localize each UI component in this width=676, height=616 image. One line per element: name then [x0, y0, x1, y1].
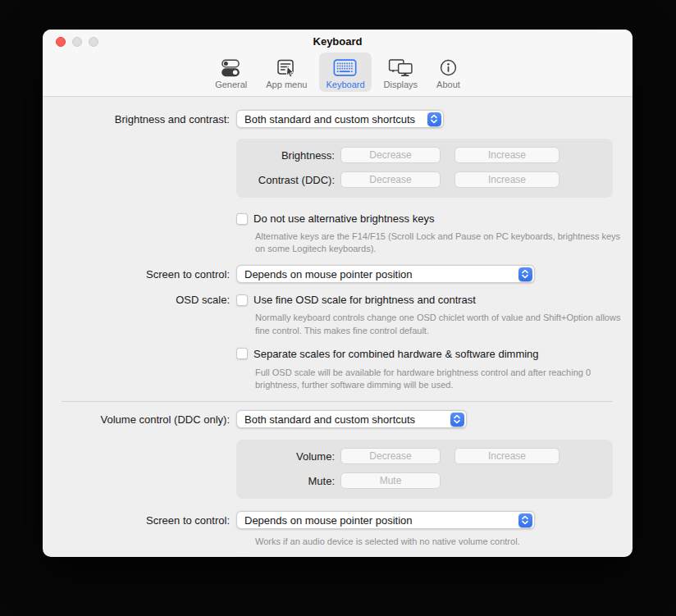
preferences-window: Keyboard General [43, 30, 633, 557]
alt-keys-help-text: Alternative keys are the F14/F15 (Scroll… [255, 230, 621, 255]
brightness-shortcuts-box: Brightness: Decrease Increase Contrast (… [236, 139, 613, 198]
screen-to-control-popup-value: Depends on mouse pointer position [237, 268, 413, 281]
fine-volume-checkbox-group[interactable]: Use fine OSD scale for volume [236, 556, 400, 557]
brightness-increase-button[interactable]: Increase [454, 147, 560, 163]
osd-scale-label: OSD scale: [43, 294, 230, 306]
fine-osd-checkbox-group[interactable]: Use fine OSD scale for brightness and co… [236, 294, 476, 306]
brightness-shortcut-row: Brightness: Decrease Increase [236, 147, 613, 163]
tab-keyboard[interactable]: Keyboard [319, 52, 371, 92]
separate-scales-row: Separate scales for combined hardware & … [43, 348, 633, 360]
popup-stepper-icon [450, 413, 464, 427]
screen-to-control-row-brightness: Screen to control: Depends on mouse poin… [43, 265, 633, 283]
popup-stepper-icon [518, 267, 532, 281]
brightness-contrast-popup-value: Both standard and custom shortcuts [237, 113, 415, 125]
volume-control-row: Volume control (DDC only): Both standard… [43, 410, 633, 428]
separate-scales-checkbox[interactable] [236, 348, 248, 359]
volume-row-label: Volume: [236, 450, 335, 463]
tab-displays-label: Displays [384, 80, 418, 89]
tab-about-label: About [436, 80, 460, 89]
alt-keys-checkbox-group[interactable]: Do not use alternative brightness keys [236, 212, 434, 225]
brightness-decrease-button[interactable]: Decrease [340, 147, 441, 163]
screen-to-control-label-volume: Screen to control: [43, 514, 230, 527]
tab-general-label: General [215, 80, 247, 89]
tab-about[interactable]: About [430, 52, 467, 92]
info-icon [439, 57, 458, 78]
fine-osd-checkbox[interactable] [236, 294, 248, 306]
mute-button[interactable]: Mute [340, 472, 441, 489]
fine-osd-help-text: Normally keyboard controls change one OS… [255, 312, 621, 336]
osd-scale-row-brightness: OSD scale: Use fine OSD scale for bright… [43, 294, 633, 306]
contrast-decrease-button[interactable]: Decrease [340, 171, 441, 188]
tab-general[interactable]: General [208, 52, 254, 92]
tab-app-menu-label: App menu [266, 80, 307, 89]
contrast-increase-button[interactable]: Increase [454, 171, 560, 188]
tab-app-menu[interactable]: App menu [259, 52, 313, 92]
toolbar: General App menu [43, 52, 633, 96]
volume-shortcuts-box: Volume: Decrease Increase Mute: Mute [236, 440, 613, 499]
mute-shortcut-row: Mute: Mute [236, 472, 613, 489]
alt-keys-checkbox[interactable] [236, 213, 248, 225]
screen-to-control-row-volume: Screen to control: Depends on mouse poin… [43, 511, 633, 529]
volume-control-popup[interactable]: Both standard and custom shortcuts [236, 410, 467, 428]
screen-to-control-popup-volume-value: Depends on mouse pointer position [237, 514, 413, 527]
screen-to-control-popup-brightness[interactable]: Depends on mouse pointer position [236, 265, 535, 283]
fine-osd-checkbox-label: Use fine OSD scale for brightness and co… [254, 294, 476, 306]
alt-keys-checkbox-label: Do not use alternative brightness keys [254, 212, 434, 225]
section-divider [62, 401, 613, 402]
separate-scales-checkbox-group[interactable]: Separate scales for combined hardware & … [236, 348, 539, 360]
brightness-contrast-popup[interactable]: Both standard and custom shortcuts [236, 110, 444, 128]
brightness-row-label: Brightness: [236, 149, 335, 162]
popup-stepper-icon [518, 513, 532, 527]
contrast-row-label: Contrast (DDC): [236, 174, 335, 186]
volume-control-label: Volume control (DDC only): [43, 413, 230, 426]
displays-icon [388, 57, 413, 78]
separate-scales-checkbox-label: Separate scales for combined hardware & … [254, 348, 539, 360]
screen-to-control-popup-volume[interactable]: Depends on mouse pointer position [236, 511, 535, 529]
popup-stepper-icon [427, 112, 441, 126]
osd-scale-row-volume: OSD scale: Use fine OSD scale for volume [43, 556, 633, 557]
mute-row-label: Mute: [236, 475, 335, 487]
fine-volume-checkbox-label: Use fine OSD scale for volume [254, 556, 400, 557]
separate-scales-help-text: Full OSD scale will be available for har… [255, 367, 621, 391]
window-chrome: Keyboard General [43, 30, 633, 97]
audio-device-help-text: Works if an audio device is selected wit… [255, 536, 621, 548]
tab-keyboard-label: Keyboard [326, 80, 364, 89]
toggles-icon [221, 57, 241, 78]
keyboard-icon [333, 57, 357, 78]
screen-to-control-label: Screen to control: [43, 268, 230, 281]
volume-increase-button[interactable]: Increase [454, 448, 560, 464]
tab-displays[interactable]: Displays [377, 52, 425, 92]
keyboard-pane: Brightness and contrast: Both standard a… [43, 97, 633, 557]
brightness-contrast-label: Brightness and contrast: [43, 113, 230, 125]
contrast-shortcut-row: Contrast (DDC): Decrease Increase [236, 171, 613, 188]
volume-shortcut-row: Volume: Decrease Increase [236, 448, 613, 464]
titlebar[interactable]: Keyboard [43, 30, 633, 52]
volume-control-popup-value: Both standard and custom shortcuts [237, 413, 415, 426]
alt-keys-row: Do not use alternative brightness keys [43, 212, 633, 225]
volume-decrease-button[interactable]: Decrease [340, 448, 441, 464]
window-title: Keyboard [43, 35, 633, 48]
app-menu-cursor-icon [276, 57, 296, 78]
brightness-contrast-row: Brightness and contrast: Both standard a… [43, 110, 633, 128]
osd-scale-label-volume: OSD scale: [43, 556, 230, 557]
